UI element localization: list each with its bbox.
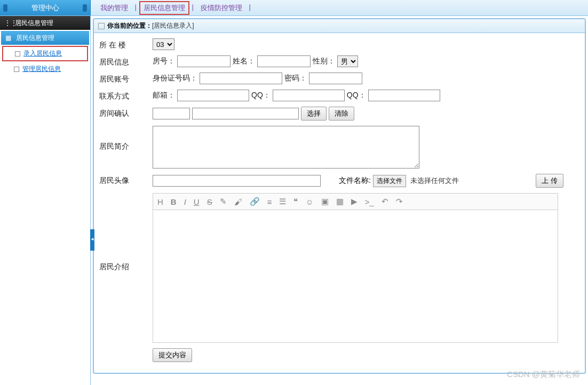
resident-info-label: 居民信息 [99,55,153,67]
brief-textarea[interactable] [153,126,419,169]
image-icon[interactable]: ▣ [321,197,329,206]
id-input[interactable] [200,73,282,84]
bold-icon[interactable]: B [171,197,177,206]
clear-button[interactable]: 清除 [329,107,354,121]
name-input[interactable] [257,55,311,67]
page-icon [98,23,105,29]
main-content: 你当前的位置： [居民信息录入] 所 在 楼 03 居民信息 房号： [91,16,588,385]
breadcrumb: 你当前的位置： [居民信息录入] [94,19,585,33]
editor-body[interactable] [153,210,558,343]
avatar-path-input[interactable] [153,175,321,187]
building-select[interactable]: 03 [153,38,174,50]
avatar-label: 居民头像 [99,174,153,186]
room-confirm-input2[interactable] [192,108,299,119]
email-label: 邮箱： [153,91,175,100]
code-icon[interactable]: >_ [365,197,374,206]
bars-icon: ▦ [5,34,13,42]
sidebar-header: ⋮⋮⋮ 居民信息管理 [0,16,90,30]
sidebar-item-manage-resident[interactable]: 管理居民信息 [2,62,88,76]
filename-label: 文件名称: [339,176,371,186]
nav-resident-info[interactable]: 居民信息管理 [139,1,189,15]
list-icon[interactable]: ≡ [267,197,272,206]
heading-icon[interactable]: H [157,197,163,206]
choose-file-button[interactable]: 选择文件 [373,175,406,187]
rich-editor: H B I U S ✎ 🖌 🔗 ≡ ☰ ❝ [153,193,558,343]
italic-icon[interactable]: I [184,197,186,206]
sidebar-section-label: 居民信息管理 [16,34,54,43]
doc-icon [14,67,19,72]
room-label: 房号： [153,57,175,66]
pwd-label: 密码： [284,74,307,83]
sidebar-header-label: 居民信息管理 [15,19,53,28]
align-icon[interactable]: ☰ [279,197,286,206]
submit-button[interactable]: 提交内容 [153,348,192,362]
table-icon[interactable]: ▦ [336,197,344,206]
gender-select[interactable]: 男 [337,55,358,67]
room-confirm-label: 房间确认 [99,107,153,118]
nav-separator: 丨 [247,3,253,13]
emoji-icon[interactable]: ☺ [305,197,313,206]
brief-label: 居民简介 [99,126,153,151]
nav-my-management[interactable]: 我的管理 [96,3,132,13]
highlight-icon[interactable]: ✎ [220,197,227,206]
intro-label: 居民介绍 [99,193,153,272]
undo-icon[interactable]: ↶ [382,197,388,206]
pwd-input[interactable] [309,73,362,84]
quote-icon[interactable]: ❝ [293,197,298,206]
sidebar-title: 管理中心 [0,0,91,15]
account-label: 居民账号 [99,73,153,84]
form-area: 所 在 楼 03 居民信息 房号： 姓名： 性别： [94,33,585,373]
sidebar-collapse-handle[interactable] [90,229,94,251]
room-confirm-input1[interactable] [153,108,190,119]
qq1-input[interactable] [273,90,345,101]
sidebar-item-label[interactable]: 录入居民信息 [23,49,62,58]
link-icon[interactable]: 🔗 [250,197,260,206]
strike-icon[interactable]: S [207,197,212,206]
doc-icon [15,51,20,57]
top-nav: 我的管理 丨 居民信息管理 丨 疫情防控管理 丨 [91,1,253,15]
video-icon[interactable]: ▶ [351,197,357,206]
room-input[interactable] [177,55,231,67]
sidebar-item-label[interactable]: 管理居民信息 [22,65,61,74]
redo-icon[interactable]: ↷ [396,197,403,206]
sidebar-section-resident-info[interactable]: ▦ 居民信息管理 [1,31,89,45]
nav-separator: 丨 [189,3,196,13]
breadcrumb-prefix: 你当前的位置： [107,21,152,30]
sidebar-title-text: 管理中心 [31,3,59,13]
building-label: 所 在 楼 [99,38,153,50]
qq2-input[interactable] [368,90,440,101]
underline-icon[interactable]: U [194,197,200,206]
no-file-text: 未选择任何文件 [410,176,459,186]
upload-button[interactable]: 上 传 [536,174,563,188]
name-label: 姓名： [233,57,255,66]
nav-epidemic-control[interactable]: 疫情防控管理 [196,3,247,13]
gender-label: 性别： [313,57,335,66]
editor-toolbar: H B I U S ✎ 🖌 🔗 ≡ ☰ ❝ [153,193,558,210]
id-label: 身份证号码： [153,74,197,83]
grid-icon: ⋮⋮⋮ [4,19,12,27]
email-input[interactable] [177,90,249,101]
contact-label: 联系方式 [99,90,153,101]
brush-icon[interactable]: 🖌 [234,197,242,206]
qq2-label: QQ： [347,91,366,100]
sidebar: ⋮⋮⋮ 居民信息管理 ▦ 居民信息管理 录入居民信息 管理居民信息 [0,16,91,385]
select-button[interactable]: 选择 [301,107,327,121]
breadcrumb-path: [居民信息录入] [152,21,194,30]
sidebar-item-input-resident[interactable]: 录入居民信息 [2,46,88,61]
qq1-label: QQ： [251,91,271,100]
nav-separator: 丨 [132,3,139,13]
